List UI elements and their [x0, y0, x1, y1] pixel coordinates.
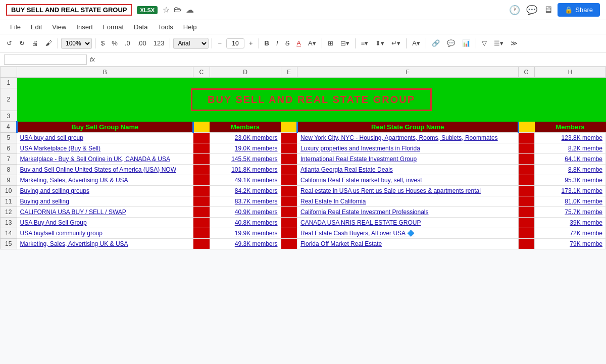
real-state-link[interactable]: Florida Off Market Real Estate: [300, 240, 382, 247]
buy-sell-link[interactable]: USA buy/sell community group: [20, 230, 103, 237]
table-row: 13 USA Buy And Sell Group 40.8K members …: [1, 217, 606, 228]
folder-icon[interactable]: 🗁: [174, 5, 182, 15]
font-color2-button[interactable]: A▾: [410, 38, 423, 48]
row-num-1: 1: [1, 78, 17, 88]
title-cell: BUY SELL AND REAL STATE GROUP: [17, 88, 605, 111]
currency-button[interactable]: $: [98, 38, 107, 48]
italic-button[interactable]: I: [274, 38, 281, 48]
buy-sell-header: Buy Sell Group Name: [17, 122, 193, 133]
xlsx-badge: XLSX: [137, 6, 158, 14]
font-size-increase[interactable]: +: [246, 38, 256, 48]
wrap-button[interactable]: ↵▾: [389, 38, 403, 48]
comment-add-button[interactable]: 💬: [444, 38, 458, 48]
present-icon[interactable]: 🖥: [543, 5, 552, 16]
members-right-val: 123.8K membe: [535, 132, 606, 143]
menu-tools[interactable]: Tools: [154, 21, 177, 33]
highlight-button[interactable]: A▾: [306, 38, 319, 48]
title-row: 2 BUY SELL AND REAL STATE GROUP: [1, 88, 606, 111]
real-state-link[interactable]: Atlanta Georgia Real Estate Deals: [300, 166, 393, 173]
separator-7: [355, 38, 356, 48]
col-header-c[interactable]: C: [193, 67, 210, 78]
filter-button[interactable]: ▽: [479, 38, 489, 48]
row-num-5: 5: [1, 132, 17, 143]
buy-sell-link[interactable]: Buying and selling: [20, 198, 69, 205]
real-state-link[interactable]: Real Estate In California: [300, 198, 366, 205]
buy-sell-link[interactable]: USA buy and sell group: [20, 134, 83, 141]
buy-sell-link[interactable]: Buying and selling groups: [20, 187, 89, 194]
table-row: 7 Marketplace - Buy & Sell Online in UK,…: [1, 153, 606, 164]
buy-sell-link[interactable]: Buy and Sell Online United States of Ame…: [20, 166, 176, 173]
separator-3: [170, 38, 170, 48]
col-header-h[interactable]: H: [535, 67, 606, 78]
cell-reference[interactable]: [4, 55, 87, 65]
menu-format[interactable]: Format: [99, 21, 128, 33]
col-header-f[interactable]: F: [297, 67, 519, 78]
cloud-icon[interactable]: ☁: [186, 5, 194, 15]
undo-button[interactable]: ↺: [4, 38, 15, 48]
view-more-button[interactable]: ☰▾: [491, 38, 506, 48]
real-state-link[interactable]: California Real Estate market buy, sell,…: [300, 177, 422, 184]
borders-button[interactable]: ⊞: [325, 38, 336, 48]
buy-sell-link[interactable]: Marketing, Sales, Advertising UK & USA: [20, 240, 128, 247]
col-header-b[interactable]: B: [17, 67, 193, 78]
real-state-header: Real State Group Name: [297, 122, 519, 133]
real-state-link[interactable]: CANADA USA NRIS REAL ESTATE GROUP: [300, 219, 421, 226]
menu-edit[interactable]: Edit: [27, 21, 46, 33]
real-state-link[interactable]: International Real Estate Investment Gro…: [300, 155, 417, 163]
chart-button[interactable]: 📊: [460, 38, 473, 48]
number-format-button[interactable]: 123: [151, 38, 167, 48]
strikethrough-button[interactable]: S: [283, 38, 292, 48]
menu-file[interactable]: File: [6, 21, 25, 33]
file-name[interactable]: BUY SELL AND REAL STATE GROUP: [6, 4, 132, 16]
menu-data[interactable]: Data: [130, 21, 152, 33]
font-size-decrease[interactable]: −: [215, 38, 224, 48]
row-num-4: 4: [1, 122, 17, 133]
valign-button[interactable]: ⇕▾: [373, 38, 387, 48]
more-button[interactable]: ≫: [508, 38, 520, 48]
dec-increase-button[interactable]: .00: [135, 38, 149, 48]
link-button[interactable]: 🔗: [429, 38, 442, 48]
share-button[interactable]: 🔒 Share: [558, 3, 600, 17]
menu-insert[interactable]: Insert: [72, 21, 97, 33]
col-header-d[interactable]: D: [210, 67, 281, 78]
top-icons: 🕐 💬 🖥: [509, 5, 552, 16]
buy-sell-link[interactable]: USA Buy And Sell Group: [20, 219, 87, 226]
real-state-link[interactable]: Luxury properties and Investments in Flo…: [300, 145, 420, 152]
col-header-row: B C D E F G H: [1, 67, 606, 78]
buy-sell-name: USA buy and sell group: [17, 132, 193, 143]
text-color-button[interactable]: A: [294, 38, 304, 48]
font-size-input[interactable]: [226, 38, 244, 48]
percent-button[interactable]: %: [109, 38, 120, 48]
buy-sell-link[interactable]: USA Marketplace (Buy & Sell): [20, 145, 100, 152]
table-row: 5 USA buy and sell group 23.0K members N…: [1, 132, 606, 143]
real-state-link[interactable]: Real Estate Cash Buyers, All over USA 🔷: [300, 230, 415, 237]
corner-header: [1, 67, 17, 78]
comment-icon[interactable]: 💬: [526, 5, 537, 16]
real-state-link[interactable]: California Real Estate Investment Profes…: [300, 209, 428, 216]
formula-input[interactable]: [98, 56, 602, 63]
real-state-link[interactable]: New York City, NYC - Housing, Apartments…: [300, 134, 498, 141]
toolbar: ↺ ↻ 🖨 🖌 100% $ % .0 .00 123 Arial − + B …: [0, 34, 606, 53]
row-num-2: 2: [1, 88, 17, 111]
align-button[interactable]: ≡▾: [359, 38, 371, 48]
buy-sell-link[interactable]: Marketing, Sales, Advertising UK & USA: [20, 177, 128, 184]
redo-button[interactable]: ↻: [17, 38, 27, 48]
paint-format-button[interactable]: 🖌: [43, 38, 55, 48]
menu-help[interactable]: Help: [179, 21, 201, 33]
dec-decrease-button[interactable]: .0: [122, 38, 133, 48]
col-header-g[interactable]: G: [518, 67, 535, 78]
bold-button[interactable]: B: [262, 38, 272, 48]
zoom-selector[interactable]: 100%: [61, 38, 92, 49]
print-button[interactable]: 🖨: [29, 38, 41, 48]
members-header-left: Members: [210, 122, 281, 133]
buy-sell-link[interactable]: Marketplace - Buy & Sell Online in UK, C…: [20, 155, 170, 163]
merge-button[interactable]: ⊟▾: [338, 38, 352, 48]
real-state-link[interactable]: Real estate in USA us Rent us Sale us Ho…: [300, 187, 481, 194]
star-icon[interactable]: ☆: [163, 5, 170, 15]
history-icon[interactable]: 🕐: [509, 5, 520, 16]
col-header-e[interactable]: E: [281, 67, 297, 78]
top-bar-right: 🕐 💬 🖥 🔒 Share: [509, 3, 600, 17]
buy-sell-link[interactable]: CALIFORNIA USA BUY / SELL / SWAP: [20, 209, 126, 216]
menu-view[interactable]: View: [48, 21, 70, 33]
font-selector[interactable]: Arial: [173, 38, 209, 49]
